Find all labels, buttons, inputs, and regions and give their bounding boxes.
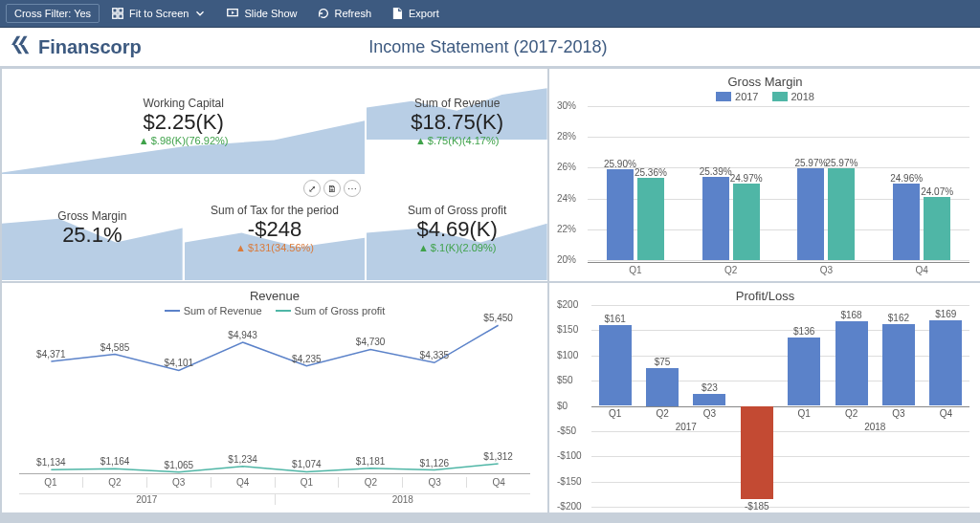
brand-name: Finanscorp: [38, 36, 142, 58]
refresh-icon: [317, 7, 330, 20]
chart-title: Profit/Loss: [557, 289, 973, 303]
kpi-title: Gross Margin: [57, 209, 126, 223]
kpi-area: Working Capital $2.25(K) ▲ $.98(K)(76.92…: [2, 69, 547, 281]
dashboard-grid: Working Capital $2.25(K) ▲ $.98(K)(76.92…: [0, 67, 980, 523]
page-header: Finanscorp Income Statement (2017-2018): [0, 28, 980, 67]
kpi-sum-tax[interactable]: ⤢ 🗎 ⋯ Sum of Tax for the period -$248 ▲ …: [185, 176, 366, 281]
svg-rect-1: [119, 9, 122, 12]
kpi-title: Sum of Revenue: [414, 97, 500, 110]
expand-icon[interactable]: ⤢: [303, 180, 321, 197]
svg-marker-5: [233, 11, 235, 14]
kpi-value: $4.69(K): [416, 217, 497, 242]
chart-gross-margin[interactable]: Gross Margin 2017 2018 20%22%24%26%28%30…: [549, 69, 980, 281]
svg-marker-9: [20, 45, 29, 54]
doc-icon[interactable]: 🗎: [323, 180, 341, 197]
chevron-down-icon: [193, 7, 207, 20]
chart-title: Gross Margin: [557, 75, 973, 89]
kpi-title: Sum of Tax for the period: [211, 204, 339, 217]
chart-legend: 2017 2018: [557, 91, 973, 102]
chart-legend: Sum of Revenue Sum of Gross profit: [10, 305, 540, 316]
kpi-delta: ▲ $.75(K)(4.17%): [415, 135, 499, 146]
grid-icon: [111, 7, 124, 20]
kpi-title: Sum of Gross profit: [408, 204, 506, 217]
export-button[interactable]: Export: [383, 4, 447, 23]
kpi-value: -$248: [248, 217, 301, 242]
toolbar: Cross Filter: Yes Fit to Screen Slide Sh…: [0, 0, 980, 28]
svg-marker-6: [11, 35, 20, 44]
page-title: Income Statement (2017-2018): [142, 37, 835, 57]
kpi-delta: ▲ $.98(K)(76.92%): [139, 135, 229, 146]
kpi-value: 25.1%: [62, 223, 122, 248]
play-icon: [226, 7, 239, 20]
kpi-title: Working Capital: [143, 97, 223, 110]
svg-rect-3: [119, 14, 122, 18]
chart-revenue[interactable]: Revenue Sum of Revenue Sum of Gross prof…: [2, 283, 547, 512]
slide-show-button[interactable]: Slide Show: [218, 4, 304, 23]
kpi-delta: ▲ $131(34.56%): [235, 242, 314, 253]
refresh-button[interactable]: Refresh: [309, 4, 380, 23]
svg-marker-7: [18, 35, 27, 44]
kpi-sum-gross-profit[interactable]: Sum of Gross profit $4.69(K) ▲ $.1(K)(2.…: [367, 176, 547, 281]
export-icon: [390, 7, 404, 20]
chart-title: Revenue: [10, 289, 540, 303]
cross-filter-toggle[interactable]: Cross Filter: Yes: [6, 4, 100, 23]
kpi-value: $2.25(K): [143, 110, 223, 135]
more-icon[interactable]: ⋯: [344, 180, 361, 197]
brand-logo: Finanscorp: [11, 34, 142, 60]
svg-rect-0: [113, 9, 117, 12]
kpi-working-capital[interactable]: Working Capital $2.25(K) ▲ $.98(K)(76.92…: [2, 69, 365, 174]
kpi-gross-margin[interactable]: Gross Margin 25.1%: [2, 176, 183, 281]
kpi-sum-revenue[interactable]: Sum of Revenue $18.75(K) ▲ $.75(K)(4.17%…: [367, 69, 547, 174]
svg-marker-8: [13, 45, 22, 54]
chart-profit-loss[interactable]: Profit/Loss Q1Q2Q3Q4Q1Q2Q3Q420172018$161…: [549, 283, 980, 512]
kpi-delta: ▲ $.1(K)(2.09%): [418, 242, 496, 253]
kpi-value: $18.75(K): [411, 110, 503, 135]
logo-icon: [11, 34, 33, 60]
svg-rect-2: [113, 14, 117, 18]
fit-to-screen-button[interactable]: Fit to Screen: [103, 4, 214, 23]
